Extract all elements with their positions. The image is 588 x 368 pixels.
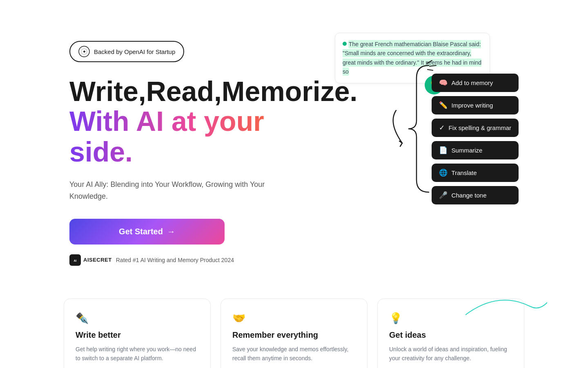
ai-secret-label: AISECRET [83,257,112,263]
openai-badge[interactable]: ✦ Backed by OpenAI for Startup [69,41,184,62]
add-memory-label: Add to memory [452,79,493,86]
improve-writing-icon: ✏️ [439,101,448,110]
rating-row: AI AISECRET Rated #1 AI Writing and Memo… [69,254,314,266]
improve-writing-label: Improve writing [452,102,493,109]
fix-spelling-label: Fix spelling & grammar [449,124,511,131]
hero-title-line1: Write,Read,Memorize. [69,77,314,106]
svg-text:✦: ✦ [82,49,86,54]
translate-icon: 🌐 [439,168,448,177]
change-tone-icon: 🎤 [439,191,448,200]
remember-icon: 🤝 [232,312,356,325]
get-ideas-desc: Unlock a world of ideas and inspiration,… [389,345,512,363]
translate-button[interactable]: 🌐 Translate [432,164,519,182]
fix-spelling-icon: ✓ [439,123,445,132]
svg-line-4 [427,61,432,63]
add-memory-icon: 🧠 [439,79,448,87]
hero-left: ✦ Backed by OpenAI for Startup Write,Rea… [69,33,314,266]
write-better-desc: Get help writing right where you work—no… [76,345,199,363]
ai-secret-icon: AI [69,254,81,266]
hero-section: ✦ Backed by OpenAI for Startup Write,Rea… [0,0,588,290]
openai-icon: ✦ [78,46,90,57]
change-tone-button[interactable]: 🎤 Change tone [432,186,519,204]
change-tone-label: Change tone [452,192,487,199]
get-ideas-title: Get ideas [389,330,512,340]
svg-line-6 [428,70,433,70]
write-better-card: ✒️ Write better Get help writing right w… [64,298,211,368]
hero-title-line2: With AI at your side. [69,106,314,167]
get-ideas-card: 💡 Get ideas Unlock a world of ideas and … [377,298,524,368]
badge-text: Backed by OpenAI for Startup [94,48,175,55]
summarize-icon: 📄 [439,146,448,155]
remember-desc: Save your knowledge and memos effortless… [232,345,356,363]
rating-text: Rated #1 AI Writing and Memory Product 2… [116,257,234,263]
remember-everything-card: 🤝 Remember everything Save your knowledg… [220,298,368,368]
cursor-dot [343,42,347,46]
write-better-title: Write better [76,330,199,340]
cards-section-wrapper: ✒️ Write better Get help writing right w… [0,290,588,368]
improve-writing-button[interactable]: ✏️ Improve writing [432,96,519,114]
svg-line-5 [430,65,436,66]
ai-secret-badge: AI AISECRET [69,254,112,266]
svg-text:AI: AI [74,259,77,262]
cta-arrow: → [167,227,175,236]
summarize-button[interactable]: 📄 Summarize [432,141,519,159]
hero-right: The great French mathematician Blaise Pa… [331,33,519,229]
feature-buttons-list: 🧠 Add to memory ✏️ Improve writing ✓ Fix… [432,74,519,204]
write-better-icon: ✒️ [76,312,199,325]
summarize-label: Summarize [452,147,483,154]
fix-spelling-button[interactable]: ✓ Fix spelling & grammar [432,119,519,137]
remember-title: Remember everything [232,330,356,340]
get-started-label: Get Started [119,227,163,236]
add-to-memory-button[interactable]: 🧠 Add to memory [432,74,519,92]
translate-label: Translate [452,169,477,176]
hero-subtitle: Your AI Ally: Blending into Your Workflo… [69,179,265,202]
get-started-button[interactable]: Get Started → [69,219,225,245]
cards-section: ✒️ Write better Get help writing right w… [0,290,588,368]
get-ideas-icon: 💡 [389,312,512,325]
